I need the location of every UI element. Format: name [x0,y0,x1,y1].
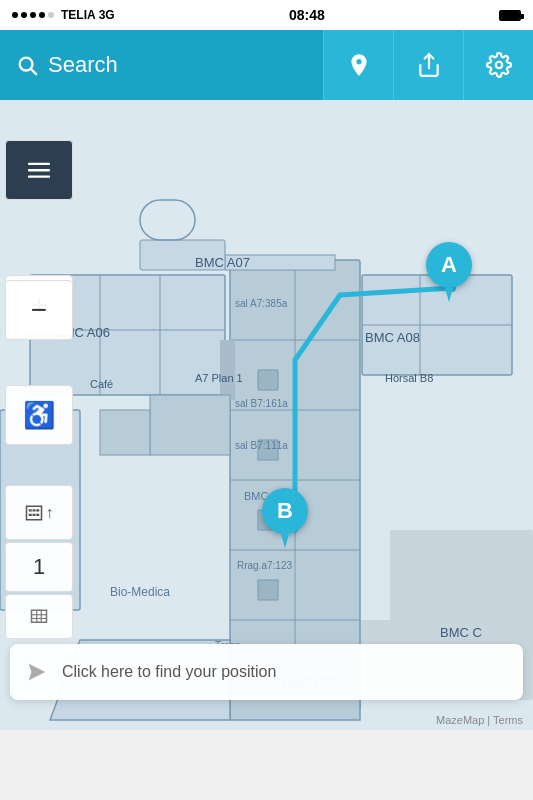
label-b7-111a: sal B7:111a [235,440,288,451]
settings-button[interactable] [463,30,533,100]
svg-rect-22 [220,340,235,400]
battery-indicator [499,10,521,21]
pin-b: B [262,488,308,548]
status-bar: TELIA 3G 08:48 [0,0,533,30]
svg-rect-33 [258,580,278,600]
zoom-out-button[interactable]: − [5,280,73,340]
search-icon [16,54,38,76]
svg-rect-24 [100,410,150,455]
label-b7-161a: sal B7:161a [235,398,288,409]
svg-rect-30 [258,370,278,390]
wheelchair-icon: ♿ [23,400,55,431]
find-position-bar[interactable]: Click here to find your position [10,644,523,700]
svg-rect-39 [28,509,31,511]
label-bmc-a08: BMC A08 [365,330,420,345]
svg-rect-41 [36,509,39,511]
svg-rect-23 [150,395,230,455]
map-attribution: MazeMap | Terms [436,714,523,726]
label-a7plan: A7 Plan 1 [195,372,243,384]
svg-rect-38 [26,506,41,520]
floor-number-display[interactable]: 1 [5,542,73,592]
menu-button[interactable] [5,140,73,200]
status-time: 08:48 [289,7,325,23]
label-bio-medical: Bio-Medica [110,585,170,599]
carrier-name: TELIA [61,8,96,22]
location-button[interactable] [323,30,393,100]
menu-icon [28,159,50,181]
map-area[interactable]: BMC A07 BMC A06 BMC A08 Café Bio-Medica … [0,100,533,730]
floor-number-label: 1 [33,554,45,580]
label-horsal: Hörsal B8 [385,372,433,384]
find-position-text: Click here to find your position [62,663,276,681]
svg-marker-50 [29,664,46,681]
carrier-signal: TELIA 3G [12,8,115,22]
pin-a-tail [445,288,453,302]
svg-rect-36 [28,169,50,171]
svg-rect-42 [28,513,31,515]
svg-line-1 [31,69,36,74]
pin-b-tail [281,534,289,548]
svg-rect-37 [28,176,50,178]
svg-rect-43 [32,513,35,515]
search-bar[interactable]: Search [0,30,323,100]
floor-up-icon: ↑ [46,504,54,522]
floor-plan-small-button[interactable] [5,594,73,639]
svg-point-3 [495,62,502,69]
svg-rect-40 [32,509,35,511]
building-icon [25,504,43,522]
share-button[interactable] [393,30,463,100]
network-type: 3G [99,8,115,22]
label-a7-385a: sal A7:385a [235,298,287,309]
wheelchair-button[interactable]: ♿ [5,385,73,445]
svg-rect-45 [32,610,47,622]
pin-a: A [426,242,472,302]
label-bmc-a07: BMC A07 [195,255,250,270]
pin-a-circle: A [426,242,472,288]
svg-rect-35 [28,163,50,165]
floorplan-icon [30,608,48,626]
zoom-out-label: − [31,294,47,326]
svg-rect-44 [36,513,39,515]
floor-building-button[interactable]: ↑ [5,485,73,540]
label-cafe: Café [90,378,113,390]
label-rag-123: Rrag.a7:123 [237,560,292,571]
floor-selector: ↑ 1 [5,485,73,641]
location-arrow-icon [26,661,48,683]
app-header: Search [0,30,533,100]
pin-b-circle: B [262,488,308,534]
search-label: Search [48,52,118,78]
label-bmc-c: BMC C [440,625,482,640]
